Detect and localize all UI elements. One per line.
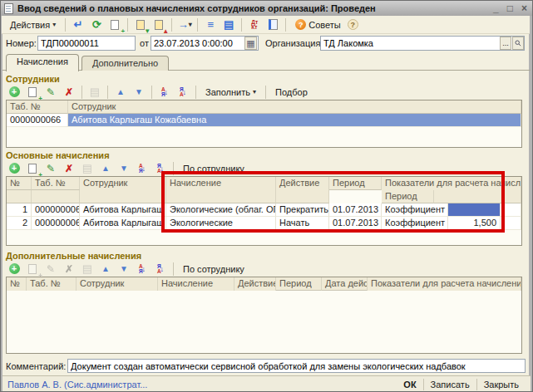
actions-label: Действия xyxy=(10,20,50,30)
move-up-icon[interactable]: ▲ xyxy=(97,161,114,176)
end-edit-icon: ▤ xyxy=(79,161,96,176)
tab-number-cell[interactable]: 0000000066 xyxy=(32,203,80,217)
employees-table-empty-area[interactable] xyxy=(7,127,521,147)
period-subcolumn-header[interactable]: Период xyxy=(276,277,322,291)
sort-asc-icon[interactable]: АЯ↓ xyxy=(134,161,151,176)
column-header[interactable]: Сотрудник xyxy=(68,100,521,114)
magnifier-icon xyxy=(515,39,521,47)
comment-input[interactable] xyxy=(67,359,526,373)
document-structure-icon[interactable]: ≡ xyxy=(202,17,219,32)
employees-toolbar: + + ✎ ✗ ▤ ▲ ▼ АЯ↓ ЯА↓ Заполнить▾ Подбор xyxy=(6,84,313,100)
number-input[interactable] xyxy=(37,36,136,51)
date-input[interactable] xyxy=(151,36,259,51)
sort-desc-icon[interactable]: ЯА↓ xyxy=(152,262,169,277)
main-accruals-section-title: Основные начисления xyxy=(6,150,110,160)
additional-accruals-table[interactable]: № Таб. № Сотрудник Начисление Действие П… xyxy=(6,277,522,354)
toolbar-separator xyxy=(195,86,196,99)
by-employee-button[interactable]: По сотруднику xyxy=(178,263,249,275)
add-copy-icon[interactable]: + xyxy=(24,161,41,176)
move-down-icon[interactable]: ▼ xyxy=(131,85,147,100)
refresh-icon[interactable]: ⟳ xyxy=(88,17,105,32)
sort-desc-icon[interactable]: ЯА↓ xyxy=(175,85,191,100)
toolbar-separator xyxy=(265,86,266,99)
employee-cell[interactable]: Абитова Карлыгаш К... xyxy=(80,203,166,217)
close-form-button[interactable]: Закрыть xyxy=(477,379,526,390)
tips-label: Советы xyxy=(308,20,340,30)
column-header[interactable]: Таб. № xyxy=(32,177,80,190)
employee-name-cell[interactable]: Абитова Карлыгаш Кожабаевна xyxy=(68,114,521,127)
end-edit-icon: ▤ xyxy=(79,262,96,277)
tips-icon: ? xyxy=(295,19,306,30)
toolbar-separator xyxy=(151,86,152,99)
toolbar-separator xyxy=(107,86,108,99)
add-copy-icon[interactable]: + xyxy=(24,85,41,100)
header-fields: Номер: от ▦ Организация: ... xyxy=(1,36,533,52)
sort-asc-icon[interactable]: АЯ↓ xyxy=(134,262,151,277)
table-row[interactable]: 0000000066 Абитова Карлыгаш Кожабаевна xyxy=(7,114,521,127)
maximize-button[interactable]: □ xyxy=(507,3,513,13)
tab-number-cell[interactable]: 0000000066 xyxy=(32,217,80,230)
save-button[interactable]: Записать xyxy=(424,379,476,390)
actions-button[interactable]: Действия ▾ xyxy=(5,18,61,32)
status-bar: Павлов А. В. (Сис.администрат... ОК Запи… xyxy=(2,375,531,392)
go-to-icon[interactable]: →▾ xyxy=(176,17,193,32)
edit-icon[interactable]: ✎ xyxy=(42,85,59,100)
tips-button[interactable]: ? Советы xyxy=(290,17,345,32)
delete-icon[interactable]: ✗ xyxy=(61,161,77,176)
employees-section-title: Сотрудники xyxy=(6,74,60,84)
additional-accruals-toolbar: + + ✎ ✗ ▤ ▲ ▼ АЯ↓ ЯА↓ По сотруднику xyxy=(6,261,249,277)
employee-tab-number-cell[interactable]: 0000000066 xyxy=(7,114,68,127)
title-bar[interactable]: Ввод сведений о плановых начислениях сот… xyxy=(1,1,533,16)
action-date-subcolumn-header[interactable]: Дата дейст... xyxy=(322,277,368,291)
add-icon[interactable]: + xyxy=(6,85,22,100)
toolbar-separator xyxy=(171,18,172,32)
employee-cell[interactable]: Абитова Карлыгаш К... xyxy=(80,217,166,230)
help-icon[interactable]: ? xyxy=(348,19,358,30)
list-settings-icon[interactable]: ▤ xyxy=(220,17,237,32)
delete-icon: ✗ xyxy=(61,262,77,277)
report-book-icon[interactable] xyxy=(264,17,281,32)
add-copy-icon[interactable]: + xyxy=(106,17,123,32)
pick-button[interactable]: Подбор xyxy=(270,86,313,98)
employees-table[interactable]: Таб. № Сотрудник 0000000066 Абитова Карл… xyxy=(6,100,522,148)
org-search-button[interactable] xyxy=(512,37,524,50)
fill-button[interactable]: Заполнить▾ xyxy=(200,86,261,98)
close-button[interactable]: × xyxy=(521,3,527,13)
move-up-icon[interactable]: ▲ xyxy=(97,262,114,277)
row-number-cell[interactable]: 1 xyxy=(7,203,32,217)
tab-additional[interactable]: Дополнительно xyxy=(81,56,169,71)
move-up-icon[interactable]: ▲ xyxy=(112,85,129,100)
dropdown-arrow-icon: ▾ xyxy=(253,88,256,96)
tab-accruals[interactable]: Начисления xyxy=(6,54,79,71)
column-header[interactable]: Таб. № xyxy=(7,100,68,114)
delete-icon[interactable]: ✗ xyxy=(61,85,77,100)
sort-asc-icon[interactable]: АЯ↓ xyxy=(156,85,173,100)
additional-table-empty-area[interactable] xyxy=(7,291,521,353)
minimize-button[interactable]: _ xyxy=(493,3,499,13)
post-document-icon[interactable]: ▼ xyxy=(132,17,149,32)
add-icon[interactable]: + xyxy=(6,161,22,176)
edit-icon: ✎ xyxy=(42,262,59,277)
toolbar-separator xyxy=(197,18,198,32)
current-user-link[interactable]: Павлов А. В. (Сис.администрат... xyxy=(7,380,397,390)
comment-label: Комментарий: xyxy=(6,361,66,371)
column-header[interactable]: № xyxy=(7,177,32,190)
add-icon[interactable]: + xyxy=(6,262,22,277)
dropdown-arrow-icon: ▾ xyxy=(189,21,192,28)
organization-input[interactable] xyxy=(320,36,525,51)
additional-accruals-section-title: Дополнительные начисления xyxy=(6,251,141,261)
toolbar-separator xyxy=(285,18,286,32)
row-number-cell[interactable]: 2 xyxy=(7,217,32,230)
reread-icon[interactable]: ↵ xyxy=(70,17,86,32)
move-down-icon[interactable]: ▼ xyxy=(116,161,132,176)
org-ellipsis-button[interactable]: ... xyxy=(500,37,511,50)
dt-kt-postings-icon[interactable]: ДтКт xyxy=(246,17,263,32)
ok-button[interactable]: ОК xyxy=(397,379,422,390)
toolbar-separator xyxy=(173,262,174,276)
add-copy-icon: + xyxy=(24,262,41,277)
move-down-icon[interactable]: ▼ xyxy=(116,262,132,277)
unpost-document-icon[interactable]: ▲ xyxy=(151,17,167,32)
date-picker-button[interactable]: ▦ xyxy=(244,37,257,50)
number-label: Номер: xyxy=(6,38,37,48)
edit-icon[interactable]: ✎ xyxy=(42,161,59,176)
